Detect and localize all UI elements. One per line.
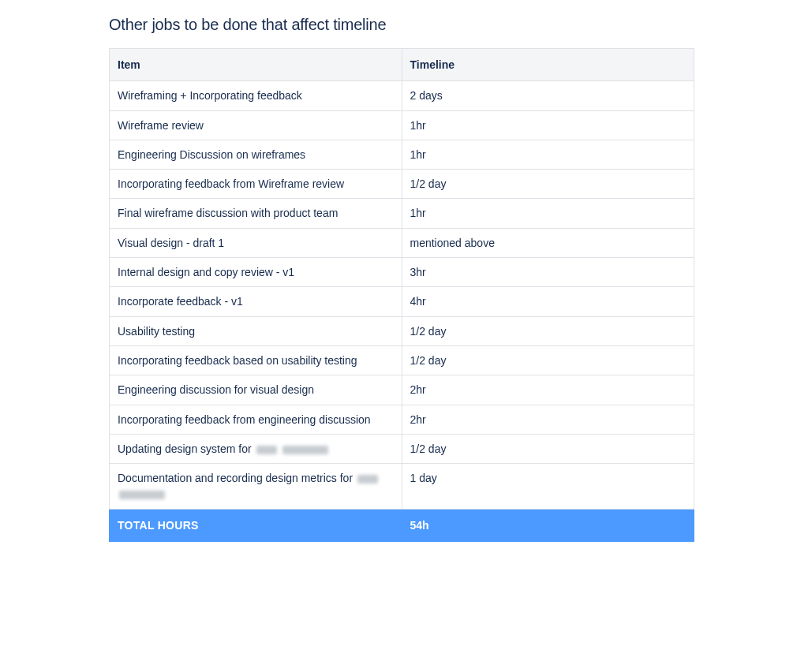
cell-timeline: 1hr [402, 110, 694, 140]
table-row: Final wireframe discussion with product … [110, 199, 694, 228]
redacted-text [282, 446, 328, 454]
table-row: Internal design and copy review - v13hr [110, 258, 694, 287]
table-row: Wireframing + Incorporating feedback2 da… [110, 81, 694, 110]
total-label: TOTAL HOURS [110, 509, 402, 541]
cell-item: Incorporating feedback based on usabilit… [110, 345, 402, 375]
cell-timeline: mentioned above [402, 228, 694, 257]
cell-timeline: 1/2 day [402, 345, 694, 375]
table-row: Visual design - draft 1mentioned above [110, 228, 694, 257]
table-row: Wireframe review1hr [110, 110, 694, 140]
cell-item: Documentation and recording design metri… [110, 464, 402, 510]
cell-item: Engineering Discussion on wireframes [110, 140, 402, 169]
cell-item: Engineering discussion for visual design [110, 375, 402, 405]
total-row: TOTAL HOURS54h [110, 509, 694, 541]
table-row: Updating design system for 1/2 day [110, 434, 694, 463]
timeline-table: Item Timeline Wireframing + Incorporatin… [109, 48, 694, 542]
table-row: Usability testing1/2 day [110, 316, 694, 345]
cell-item: Incorporating feedback from engineering … [110, 405, 402, 434]
cell-timeline: 1hr [402, 199, 694, 228]
content-container: Other jobs to be done that affect timeli… [109, 16, 694, 542]
cell-item: Wireframing + Incorporating feedback [110, 81, 402, 110]
cell-timeline: 3hr [402, 258, 694, 287]
cell-timeline: 1/2 day [402, 316, 694, 345]
total-value: 54h [402, 509, 694, 541]
cell-item: Internal design and copy review - v1 [110, 258, 402, 287]
cell-timeline: 2 days [402, 81, 694, 110]
page-title: Other jobs to be done that affect timeli… [109, 16, 694, 34]
table-row: Incorporating feedback from engineering … [110, 405, 694, 434]
cell-item: Incorporating feedback from Wireframe re… [110, 170, 402, 199]
cell-timeline: 4hr [402, 287, 694, 316]
table-row: Engineering discussion for visual design… [110, 375, 694, 405]
column-header-item: Item [110, 49, 402, 81]
redacted-text [119, 491, 165, 499]
redacted-text [357, 475, 378, 483]
cell-item: Updating design system for [110, 434, 402, 463]
cell-timeline: 2hr [402, 375, 694, 405]
table-row: Incorporating feedback based on usabilit… [110, 345, 694, 375]
table-row: Documentation and recording design metri… [110, 464, 694, 510]
table-row: Incorporate feedback - v14hr [110, 287, 694, 316]
cell-timeline: 2hr [402, 405, 694, 434]
table-row: Incorporating feedback from Wireframe re… [110, 170, 694, 199]
cell-item: Visual design - draft 1 [110, 228, 402, 257]
table-row: Engineering Discussion on wireframes1hr [110, 140, 694, 169]
column-header-timeline: Timeline [402, 49, 694, 81]
cell-timeline: 1/2 day [402, 170, 694, 199]
cell-timeline: 1hr [402, 140, 694, 169]
cell-item: Final wireframe discussion with product … [110, 199, 402, 228]
cell-item: Usability testing [110, 316, 402, 345]
cell-item: Incorporate feedback - v1 [110, 287, 402, 316]
cell-item: Wireframe review [110, 110, 402, 140]
cell-timeline: 1 day [402, 464, 694, 510]
table-header-row: Item Timeline [110, 49, 694, 81]
redacted-text [256, 446, 277, 454]
cell-timeline: 1/2 day [402, 434, 694, 463]
